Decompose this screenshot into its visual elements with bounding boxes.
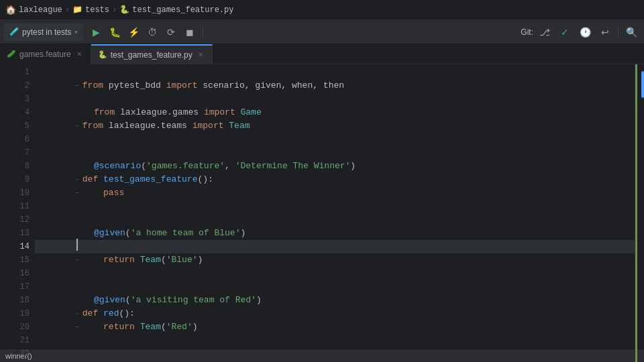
tab-label-games-feature: games.feature	[19, 50, 71, 59]
debug-button[interactable]: 🐛	[106, 23, 123, 41]
change-marker	[635, 64, 637, 362]
pytest-icon: 🧪	[9, 27, 19, 37]
line-7: 7	[0, 146, 30, 160]
line-13: 13	[0, 227, 30, 240]
code-line-12: @given('a home team of Blue')	[35, 213, 635, 227]
code-line-8: −def test_games_feature():	[35, 160, 635, 173]
tab-bar: 🥒 games.feature ✕ 🐍 test_games_feature.p…	[0, 44, 644, 64]
line-21: 21	[0, 334, 30, 347]
tab-games-feature[interactable]: 🥒 games.feature ✕	[0, 44, 91, 64]
code-line-16	[35, 267, 635, 280]
git-branch-button[interactable]: ⎇	[536, 23, 553, 41]
search-button[interactable]: 🔍	[623, 23, 640, 41]
change-marker-bar	[635, 64, 644, 349]
line-10: 10	[0, 186, 30, 200]
code-line-2	[35, 79, 635, 93]
line-18: 18	[0, 294, 30, 307]
dropdown-arrow-icon: ▾	[74, 28, 78, 36]
run-config-dropdown[interactable]: 🧪 pytest in tests ▾	[4, 23, 83, 41]
code-line-21	[35, 334, 635, 347]
code-line-10	[35, 186, 635, 200]
run-config-label: pytest in tests	[22, 27, 71, 37]
toolbar-separator-2	[618, 25, 619, 39]
git-label: Git:	[521, 27, 533, 37]
breadcrumb-bar: 🏠 laxleague › 📁 tests › 🐍 test_games_fea…	[0, 0, 644, 20]
git-check-button[interactable]: ✓	[556, 23, 574, 41]
line-17: 17	[0, 280, 30, 294]
folder-name[interactable]: tests	[85, 5, 109, 15]
git-section: Git: ⎇ ✓ 🕐 ↩	[521, 23, 614, 41]
code-line-6	[35, 133, 635, 146]
line-20: 20	[0, 320, 30, 334]
cursor	[76, 239, 78, 251]
code-line-13: −def blue():	[35, 227, 635, 240]
code-line-1: −from pytest_bdd import scenario, given,…	[35, 66, 635, 79]
tab-label-test-games: test_games_feature.py	[111, 50, 193, 60]
profile-button[interactable]: ⏱	[144, 23, 161, 41]
code-line-19: − return Team('Red')	[35, 307, 635, 320]
line-3: 3	[0, 93, 30, 106]
project-name[interactable]: laxleague	[19, 5, 62, 15]
line-12: 12	[0, 213, 30, 227]
line-16: 16	[0, 267, 30, 280]
code-line-11	[35, 200, 635, 213]
line-9: 9	[0, 173, 30, 186]
code-line-14: − return Team('Blue')	[35, 240, 635, 253]
tab-icon-test-games: 🐍	[98, 50, 107, 59]
status-bar: winner()	[0, 349, 644, 362]
line-15: 15	[0, 253, 30, 267]
code-editor[interactable]: −from pytest_bdd import scenario, given,…	[35, 64, 635, 349]
line-14: 14	[0, 240, 30, 253]
concurrency-button[interactable]: ⟳	[162, 23, 180, 41]
code-line-5	[35, 119, 635, 133]
code-line-20	[35, 320, 635, 334]
toolbar-separator	[203, 25, 203, 39]
git-revert-button[interactable]: ↩	[596, 23, 614, 41]
line-number-gutter: 1 2 3 4 5 6 7 ▶8 9 10 11 12 13 14 15 16 …	[0, 64, 35, 349]
git-history-button[interactable]: 🕐	[576, 23, 594, 41]
line-6: 6	[0, 133, 30, 146]
scrollbar-marker[interactable]	[641, 71, 644, 98]
tab-icon-games-feature: 🥒	[7, 50, 16, 58]
code-line-15	[35, 253, 635, 267]
code-line-9: − pass	[35, 173, 635, 186]
stop-button[interactable]: ◼	[181, 23, 199, 41]
line-22: 22	[0, 347, 30, 361]
project-icon: 🏠	[5, 5, 16, 15]
file-icon: 🐍	[119, 5, 129, 15]
code-line-18: −def red():	[35, 294, 635, 307]
tab-close-games-feature[interactable]: ✕	[74, 50, 84, 59]
code-line-4: −from laxleague.teams import Team	[35, 106, 635, 119]
tab-close-test-games[interactable]: ✕	[196, 50, 205, 60]
code-line-22: @given('a game between them')	[35, 347, 635, 349]
run-button[interactable]: ▶	[87, 23, 105, 41]
folder-icon: 📁	[72, 5, 83, 15]
line-19: 19	[0, 307, 30, 320]
line-1: 1	[0, 66, 30, 79]
tab-test-games[interactable]: 🐍 test_games_feature.py ✕	[91, 44, 213, 64]
code-line-3: from laxleague.games import Game	[35, 93, 635, 106]
line-4: 4	[0, 106, 30, 119]
line-5: 5	[0, 119, 30, 133]
file-name[interactable]: test_games_feature.py	[132, 5, 233, 15]
line-2: 2	[0, 79, 30, 93]
code-line-7: @scenario('games.feature', 'Determine Th…	[35, 146, 635, 160]
code-line-17: @given('a visiting team of Red')	[35, 280, 635, 294]
coverage-button[interactable]: ⚡	[125, 23, 142, 41]
toolbar: 🧪 pytest in tests ▾ ▶ 🐛 ⚡ ⏱ ⟳ ◼ Git: ⎇ ✓…	[0, 20, 644, 44]
line-11: 11	[0, 200, 30, 213]
breadcrumb: 🏠 laxleague › 📁 tests › 🐍 test_games_fea…	[5, 5, 233, 15]
line-8: ▶8	[0, 160, 30, 173]
editor-container: 1 2 3 4 5 6 7 ▶8 9 10 11 12 13 14 15 16 …	[0, 64, 644, 349]
